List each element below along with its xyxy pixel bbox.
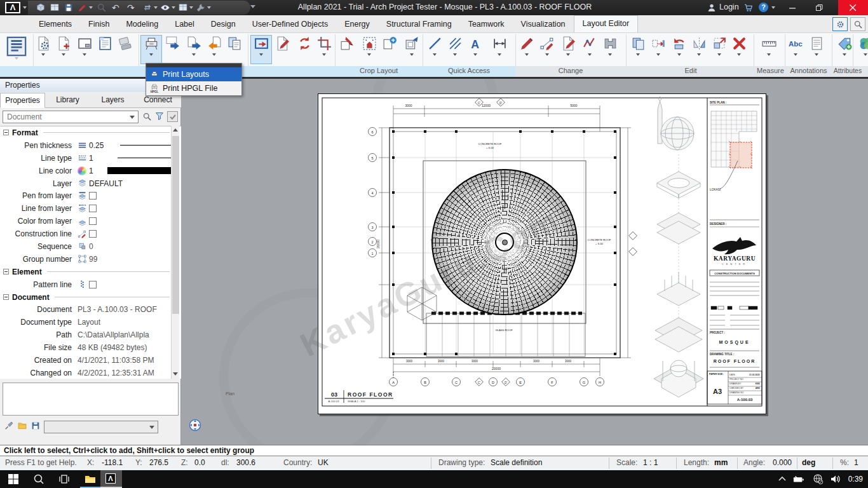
help-icon[interactable]: ? [759,3,768,12]
ribbon-icon-update-layout[interactable] [294,36,315,64]
tab-teamwork[interactable]: Teamwork [460,17,513,32]
refresh-loop-icon[interactable] [142,3,153,13]
window-caret[interactable] [189,6,193,9]
view-icon[interactable] [160,3,170,13]
allplan-taskbar-tile[interactable]: Λ [100,470,122,488]
pattern-line-checkbox[interactable] [89,281,97,288]
minimize-button[interactable] [782,0,803,15]
start-button[interactable] [8,473,19,485]
row-pattern-line[interactable]: Pattern line [0,278,181,291]
scroll-up-icon[interactable] [173,128,178,132]
task-view-icon[interactable] [58,473,70,485]
close-button[interactable] [838,0,868,15]
ribbon-icon-text[interactable]: A [465,36,485,64]
ribbon-icon-crop-cut[interactable] [337,36,357,64]
row-line-from-layer[interactable]: Line from layer [0,202,181,215]
speaker-icon[interactable] [830,473,841,485]
row-layer[interactable]: LayerDEFAULT [0,177,181,190]
row-group-number[interactable]: Group number99 [0,253,181,266]
ribbon-icon-modify-points[interactable] [537,36,557,64]
ribbon-icon-print-layouts[interactable] [141,36,161,64]
ribbon-icon-stamp[interactable] [114,36,135,64]
collapse-icon[interactable] [3,130,9,135]
favorites-combo[interactable] [44,421,158,433]
section-element[interactable]: Element [0,266,181,278]
save-favorite-icon[interactable] [31,421,41,433]
ribbon-icon-hatching[interactable] [445,36,465,64]
ribbon-icon-delete[interactable] [729,36,749,64]
ribbon-icon-attributes-tag[interactable] [834,36,855,64]
ribbon-icon-export-exc[interactable] [163,36,183,64]
ribbon-icon-measure[interactable] [759,36,779,64]
tab-layers[interactable]: Layers [90,93,135,108]
row-line-color[interactable]: Line color1 [0,165,181,177]
restore-button[interactable] [808,0,830,15]
ribbon-icon-mirror[interactable] [689,36,709,64]
ribbon-icon-plugins[interactable] [855,36,868,64]
project-3d-icon[interactable] [36,3,46,13]
file-explorer-icon[interactable] [85,473,96,485]
row-path[interactable]: PathC:\Data\Allplan\Allpla [0,329,181,341]
properties-scrollbar[interactable] [171,126,179,379]
row-document[interactable]: DocumentPL3 - A.100.03 - ROOF [0,303,181,316]
toolbar-overflow-chevron[interactable] [250,5,255,8]
scroll-down-icon[interactable] [173,372,178,376]
tab-modeling[interactable]: Modeling [118,17,166,32]
y-value[interactable]: 276.5 [149,458,168,467]
row-created-on[interactable]: Created on4/1/2021, 11:03:58 PM [0,354,181,367]
scroll-thumb[interactable] [172,136,179,314]
tools-caret[interactable] [207,6,211,9]
collapse-icon[interactable] [3,269,9,274]
angle-value[interactable]: 0.000 [773,458,792,467]
network-globe-icon[interactable] [812,473,824,485]
dl-value[interactable]: 300.6 [236,458,255,467]
ribbon-icon-print-settings[interactable] [33,36,53,64]
ribbon-icon-crop-add[interactable] [379,36,400,64]
country-value[interactable]: UK [318,458,329,467]
ribbon-settings-gear-icon[interactable] [832,17,848,31]
allplan-logo[interactable]: Λ [5,2,20,13]
ribbon-icon-import-layout[interactable] [204,36,224,64]
row-line-type[interactable]: Line type1 [0,152,181,165]
ribbon-icon-rotate[interactable] [669,36,689,64]
ribbon-icon-stretch-beam[interactable] [600,36,620,64]
ribbon-icon-layout-list[interactable] [95,36,115,64]
search-icon[interactable] [142,112,152,124]
row-pen-from-layer[interactable]: Pen from layer [0,189,181,202]
color-from-layer-checkbox[interactable] [89,217,97,225]
ribbon-icon-dimension[interactable] [489,36,510,64]
zoom-icon[interactable] [97,3,107,13]
ribbon-icon-copy-layout[interactable] [224,36,245,64]
shop-cart-icon[interactable] [743,3,754,13]
refresh-caret[interactable] [154,6,158,9]
tools-icon[interactable] [196,3,206,13]
ribbon-icon-add-layout[interactable] [53,36,74,64]
login-button[interactable]: Login [719,3,739,11]
tab-elements[interactable]: Elements [31,17,80,32]
ribbon-icon-crop-frame[interactable] [314,36,334,64]
view-caret[interactable] [172,6,175,9]
x-value[interactable]: -118.1 [102,458,123,467]
drawing-canvas[interactable]: 3000 12000 5000 3000 3000 3000 3000 3000… [181,79,868,445]
collapse-icon[interactable] [3,294,9,300]
tray-chevron-icon[interactable] [776,473,788,485]
filter-icon[interactable] [154,111,165,124]
ribbon-icon-modify-spline[interactable] [580,36,600,64]
row-changed-on[interactable]: Changed on4/2/2021, 12:35:31 AM [0,367,181,379]
help-caret[interactable] [771,6,775,9]
ribbon-icon-resize[interactable] [709,36,729,64]
tab-layout-editor[interactable]: Layout Editor [574,15,639,32]
length-value[interactable]: mm [714,458,728,467]
undo-icon[interactable]: ↶ [112,1,119,14]
taskbar-search-icon[interactable] [33,473,44,485]
row-file-size[interactable]: File size48 KB (49482 bytes) [0,341,181,354]
row-color-from-layer[interactable]: Color from layer [0,215,181,227]
ribbon-icon-modify-area[interactable] [558,36,578,64]
taskbar-clock[interactable]: 0:39 [848,475,863,484]
percent-value[interactable]: 1 [854,458,858,467]
menu-item-print-layouts[interactable]: Print Layouts [146,67,241,81]
tab-library[interactable]: Library [45,93,90,108]
window-layout-icon[interactable] [178,3,188,13]
object-selector-combo[interactable]: Document [3,111,139,123]
color-swatch[interactable] [107,167,173,174]
